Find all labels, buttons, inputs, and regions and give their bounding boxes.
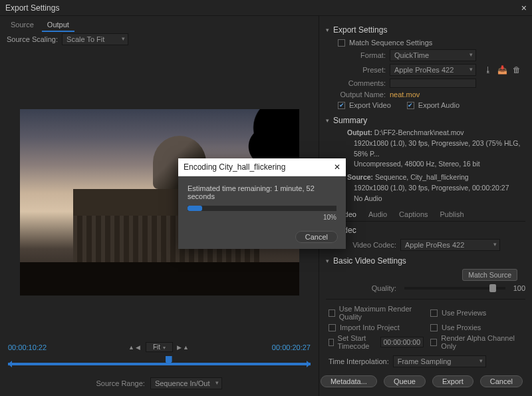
source-range-dropdown[interactable]: Sequence In/Out <box>150 377 223 389</box>
export-button[interactable]: Export <box>432 375 473 387</box>
summary-output-line2: 1920x1080 (1.0), 30 fps, Progressive, 20… <box>347 138 525 160</box>
preset-dropdown[interactable]: Apple ProRes 422 <box>390 64 476 76</box>
summary-source-line3: No Audio <box>347 194 525 204</box>
encoding-cancel-button[interactable]: Cancel <box>295 231 338 243</box>
start-timecode-value[interactable]: 00:00:00:00 <box>380 337 424 347</box>
match-sequence-label: Match Sequence Settings <box>349 39 432 47</box>
metadata-button[interactable]: Metadata... <box>321 375 377 387</box>
use-previews-label: Use Previews <box>442 309 486 317</box>
right-panel: Export Settings Match Sequence Settings … <box>319 16 532 396</box>
encoding-progress <box>188 206 336 211</box>
step-back-icon[interactable]: ▲◀ <box>128 344 142 351</box>
save-preset-icon[interactable]: ⭳ <box>484 65 492 75</box>
subtab-captions[interactable]: Captions <box>399 210 428 218</box>
basic-video-heading[interactable]: Basic Video Settings <box>326 256 525 266</box>
source-range-row: Source Range: Sequence In/Out <box>0 373 319 396</box>
encoding-time-remaining: Estimated time remaining: 1 minute, 52 s… <box>188 184 336 200</box>
comments-label: Comments: <box>338 79 386 87</box>
alpha-only-label: Render Alpha Channel Only <box>441 334 525 350</box>
time-interp-dropdown[interactable]: Frame Sampling <box>393 355 486 367</box>
import-project-checkbox[interactable] <box>329 324 336 331</box>
export-video-checkbox[interactable] <box>338 102 345 109</box>
comments-input[interactable] <box>390 79 476 88</box>
fit-dropdown[interactable]: Fit <box>146 342 173 352</box>
footer-buttons: Metadata... Queue Export Cancel <box>326 369 525 390</box>
render-options: Use Maximum Render Quality Use Previews … <box>326 302 525 353</box>
format-dropdown[interactable]: QuickTime <box>390 49 476 61</box>
codec-heading[interactable]: Codec <box>326 226 525 235</box>
encoding-title: Encoding City_hall_flickering <box>184 162 285 172</box>
time-in[interactable]: 00:00:10:22 <box>8 343 47 351</box>
summary-output-label: Output: <box>347 128 372 136</box>
subtabs: Video Audio Captions Publish <box>326 208 525 222</box>
step-fwd-icon[interactable]: ▶▲ <box>177 344 190 351</box>
summary-source-line1: Sequence, City_hall_flickering <box>375 173 469 181</box>
import-preset-icon[interactable]: 📥 <box>497 65 507 75</box>
export-settings-heading[interactable]: Export Settings <box>326 25 525 35</box>
video-codec-dropdown[interactable]: Apple ProRes 422 <box>400 239 500 251</box>
tab-source[interactable]: Source <box>5 19 39 32</box>
quality-label: Quality: <box>338 284 396 292</box>
start-timecode-checkbox[interactable] <box>329 339 334 346</box>
summary-source-line2: 1920x1080 (1.0), 30 fps, Progressive, 00… <box>347 183 525 194</box>
subtab-publish[interactable]: Publish <box>440 210 464 218</box>
export-audio-checkbox[interactable] <box>407 102 414 109</box>
video-codec-label: Video Codec: <box>338 241 396 249</box>
summary-block: Output: D:\FF2-Benchmark\neat.mov 1920x1… <box>326 128 525 204</box>
encoding-percent: 10% <box>188 214 336 221</box>
timeline[interactable] <box>8 356 311 371</box>
source-scaling-label: Source Scaling: <box>7 35 58 43</box>
match-source-button[interactable]: Match Source <box>462 269 517 281</box>
window-title: Export Settings <box>5 3 59 13</box>
source-scaling-dropdown[interactable]: Scale To Fit <box>62 33 128 45</box>
queue-button[interactable]: Queue <box>384 375 426 387</box>
alpha-only-checkbox[interactable] <box>430 339 437 346</box>
timebar: 00:00:10:22 ▲◀ Fit ▶▲ 00:00:20:27 <box>0 338 319 373</box>
tab-output[interactable]: Output <box>42 19 74 32</box>
encoding-dialog: Encoding City_hall_flickering ✕ Estimate… <box>178 158 346 249</box>
format-label: Format: <box>338 51 386 59</box>
outputname-link[interactable]: neat.mov <box>390 91 420 99</box>
use-proxies-label: Use Proxies <box>442 323 481 331</box>
source-scaling-row: Source Scaling: Scale To Fit <box>0 32 319 47</box>
preview-tabs: Source Output <box>0 16 319 32</box>
start-timecode-label: Set Start Timecode <box>338 334 376 350</box>
quality-value: 100 <box>513 284 525 292</box>
outputname-label: Output Name: <box>338 91 386 99</box>
subtab-audio[interactable]: Audio <box>368 210 387 218</box>
export-audio-label: Export Audio <box>418 101 460 109</box>
use-proxies-checkbox[interactable] <box>430 324 438 331</box>
close-icon[interactable]: × <box>521 3 527 13</box>
max-render-checkbox[interactable] <box>329 309 335 317</box>
max-render-label: Use Maximum Render Quality <box>339 305 424 321</box>
cancel-button[interactable]: Cancel <box>480 375 523 387</box>
summary-source-label: Source: <box>347 173 373 181</box>
quality-slider[interactable] <box>404 287 505 290</box>
summary-output-line3: Uncompressed, 48000 Hz, Stereo, 16 bit <box>347 159 525 170</box>
dialog-close-icon[interactable]: ✕ <box>334 162 340 172</box>
time-out[interactable]: 00:00:20:27 <box>272 343 311 351</box>
summary-output-path: D:\FF2-Benchmark\neat.mov <box>374 128 464 136</box>
summary-heading[interactable]: Summary <box>326 116 525 125</box>
match-sequence-checkbox[interactable] <box>338 39 345 47</box>
source-range-label: Source Range: <box>96 379 145 387</box>
import-project-label: Import Into Project <box>340 323 400 331</box>
time-interp-label: Time Interpolation: <box>329 357 389 365</box>
use-previews-checkbox[interactable] <box>430 309 438 317</box>
delete-preset-icon[interactable]: 🗑 <box>513 65 521 75</box>
preset-label: Preset: <box>338 66 386 74</box>
titlebar: Export Settings × <box>0 0 532 16</box>
export-video-label: Export Video <box>349 101 391 109</box>
